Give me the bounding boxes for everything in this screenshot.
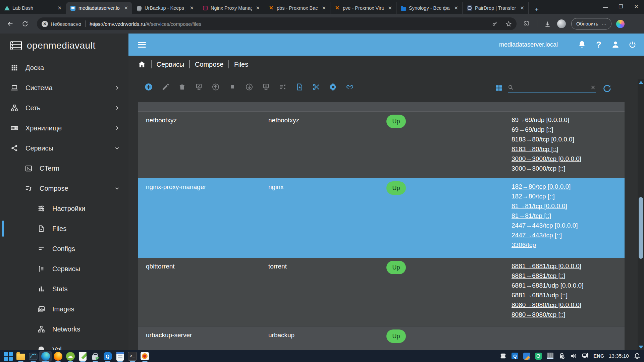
- security-label[interactable]: Небезопасно: [51, 21, 81, 27]
- pencil-box-icon[interactable]: [523, 352, 530, 360]
- power-icon[interactable]: [624, 41, 641, 49]
- port-mapping[interactable]: 6881→6881/tcp [0.0.0.0]: [512, 261, 583, 271]
- port-mapping[interactable]: 81→81/tcp [::]: [512, 211, 578, 221]
- sidebar-item-compose-stats[interactable]: Stats: [0, 279, 128, 299]
- password-key-icon[interactable]: [492, 21, 498, 27]
- sidebar-item-compose-images[interactable]: Images: [0, 299, 128, 319]
- firefox-icon[interactable]: [52, 351, 64, 362]
- table-row[interactable]: qbittorrent torrent Up 6881→6881/tcp [0.…: [138, 258, 625, 326]
- port-mapping[interactable]: 182→80/tcp [::]: [512, 191, 578, 201]
- sidebar-item-compose-settings[interactable]: Настройки: [0, 198, 128, 219]
- language-indicator[interactable]: ENG: [593, 353, 604, 359]
- xnview-icon[interactable]: [139, 351, 151, 362]
- refresh-page-icon[interactable]: [21, 20, 30, 27]
- lock-check-icon[interactable]: [558, 352, 566, 360]
- restore-button[interactable]: ❐: [613, 4, 629, 10]
- terminal-icon[interactable]: >_: [126, 351, 139, 362]
- address-bar[interactable]: ✕ Небезопасно https://omv.vzdrworlds.ru/…: [37, 17, 517, 30]
- notepad-icon[interactable]: [114, 351, 126, 362]
- menu-hamburger-icon[interactable]: [138, 41, 146, 49]
- grid-app-icon[interactable]: [546, 352, 554, 360]
- explorer-icon[interactable]: [14, 351, 27, 362]
- port-mapping[interactable]: 3306/tcp: [512, 240, 578, 250]
- port-mapping[interactable]: 2447→443/tcp [::]: [512, 230, 578, 240]
- sidebar-item-dashboard[interactable]: Доска: [0, 58, 128, 78]
- table-row-selected[interactable]: nginx-proxy-manager nginx Up 182→80/tcp …: [138, 178, 625, 258]
- port-mapping[interactable]: 8080→8080/tcp [0.0.0.0]: [512, 300, 583, 310]
- port-mapping[interactable]: 8080→8080/tcp [::]: [512, 310, 583, 319]
- tab-close-icon[interactable]: ✕: [254, 5, 261, 11]
- notepadpp-icon[interactable]: [76, 351, 89, 362]
- sidebar-item-compose-networks[interactable]: Networks: [0, 319, 128, 339]
- url-text[interactable]: https://omv.vzdrworlds.ru/#/services/com…: [90, 21, 201, 27]
- sidebar-item-network[interactable]: Сеть: [0, 98, 128, 118]
- sidebar-item-compose[interactable]: Compose: [0, 178, 128, 198]
- tab-nginx-proxy-manager[interactable]: Nginx Proxy Manag ✕: [198, 2, 264, 14]
- scroll-down-arrow[interactable]: [639, 346, 643, 349]
- reload-table-icon[interactable]: [602, 84, 612, 93]
- tab-close-icon[interactable]: ✕: [188, 5, 195, 11]
- port-mapping[interactable]: 8183→80/tcp [::]: [512, 144, 581, 154]
- notification-bell-icon[interactable]: [633, 352, 641, 360]
- tab-close-icon[interactable]: ✕: [519, 5, 526, 11]
- winscp-icon[interactable]: ⇄: [89, 351, 101, 362]
- table-row[interactable]: netbootxyz netbootxyz Up 69→69/udp [0.0.…: [138, 112, 625, 178]
- bell-icon[interactable]: [574, 40, 590, 49]
- add-icon[interactable]: [145, 82, 153, 91]
- task-manager-icon[interactable]: [27, 351, 39, 362]
- qbittorrent-icon[interactable]: Q: [101, 351, 114, 362]
- down-icon[interactable]: [245, 82, 253, 91]
- downloads-icon[interactable]: [544, 20, 551, 27]
- scrollbar-thumb[interactable]: [639, 197, 643, 259]
- network-monitor-icon[interactable]: [582, 352, 589, 360]
- breadcrumb-item-services[interactable]: Сервисы: [157, 61, 184, 68]
- favorite-star-icon[interactable]: [505, 21, 512, 27]
- tab-mediadataserver[interactable]: mediadataserver.loc ✕: [66, 2, 132, 14]
- stop-icon[interactable]: [228, 82, 236, 91]
- close-window-button[interactable]: ✕: [629, 4, 644, 10]
- port-mapping[interactable]: 81→81/tcp [0.0.0.0]: [512, 201, 578, 211]
- tab-close-icon[interactable]: ✕: [452, 5, 460, 11]
- search-input[interactable]: [508, 82, 596, 93]
- sidebar-item-compose-volumes[interactable]: Vol: [0, 339, 128, 351]
- sidebar-item-compose-configs[interactable]: Configs: [0, 239, 128, 259]
- port-mapping[interactable]: 3000→3000/tcp [::]: [512, 164, 581, 173]
- tab-synology[interactable]: Synology - Все фай ✕: [396, 2, 463, 14]
- port-mapping[interactable]: 3000→3000/tcp [0.0.0.0]: [512, 154, 581, 164]
- back-icon[interactable]: [6, 20, 15, 27]
- delete-icon[interactable]: [178, 82, 186, 91]
- tab-urbackup[interactable]: UrBackup - Keeps y ✕: [132, 2, 198, 14]
- profile-avatar[interactable]: [557, 19, 566, 28]
- sidebar-item-services[interactable]: Сервисы: [0, 138, 128, 158]
- tab-pairdrop[interactable]: PairDrop | Transfer ✕: [463, 2, 529, 14]
- copilot-icon[interactable]: [616, 20, 625, 28]
- clear-search-icon[interactable]: [590, 85, 596, 90]
- up-icon[interactable]: [212, 82, 220, 91]
- extensions-icon[interactable]: [523, 20, 530, 27]
- clock[interactable]: 13:35:10: [609, 353, 629, 359]
- port-mapping[interactable]: 6881→6881/tcp [::]: [512, 271, 583, 281]
- edit-icon[interactable]: [161, 82, 169, 91]
- port-mapping[interactable]: 182→80/tcp [0.0.0.0]: [512, 182, 578, 191]
- start-icon[interactable]: [2, 351, 14, 362]
- sidebar-item-compose-services[interactable]: Сервисы: [0, 259, 128, 279]
- tab-close-icon[interactable]: ✕: [122, 5, 129, 11]
- breadcrumb-item-compose[interactable]: Compose: [195, 61, 224, 68]
- scroll-up-arrow[interactable]: [639, 81, 643, 84]
- cloud-icon[interactable]: ☁: [64, 351, 76, 362]
- link-icon[interactable]: [346, 82, 354, 91]
- new-tab-button[interactable]: +: [532, 5, 541, 14]
- sidebar-item-storage[interactable]: Хранилище: [0, 118, 128, 138]
- qbittorrent-tray-icon[interactable]: Q: [511, 352, 519, 360]
- port-mapping[interactable]: 8183→80/tcp [0.0.0.0]: [512, 134, 581, 144]
- settings-icon[interactable]: [329, 82, 337, 91]
- pull-icon[interactable]: [262, 82, 270, 91]
- speaker-icon[interactable]: [570, 352, 577, 360]
- table-row[interactable]: urbackup-server urbackup Up: [138, 326, 625, 351]
- server-stack-icon[interactable]: [499, 352, 507, 360]
- user-icon[interactable]: [607, 40, 624, 49]
- port-mapping[interactable]: 2447→443/tcp [0.0.0.0]: [512, 221, 578, 230]
- column-layout-icon[interactable]: [495, 84, 503, 92]
- tab-pbs-proxmox[interactable]: ✕ pbs - Proxmox Back ✕: [264, 2, 330, 14]
- tab-lab-dash[interactable]: Lab Dash ✕: [0, 2, 66, 14]
